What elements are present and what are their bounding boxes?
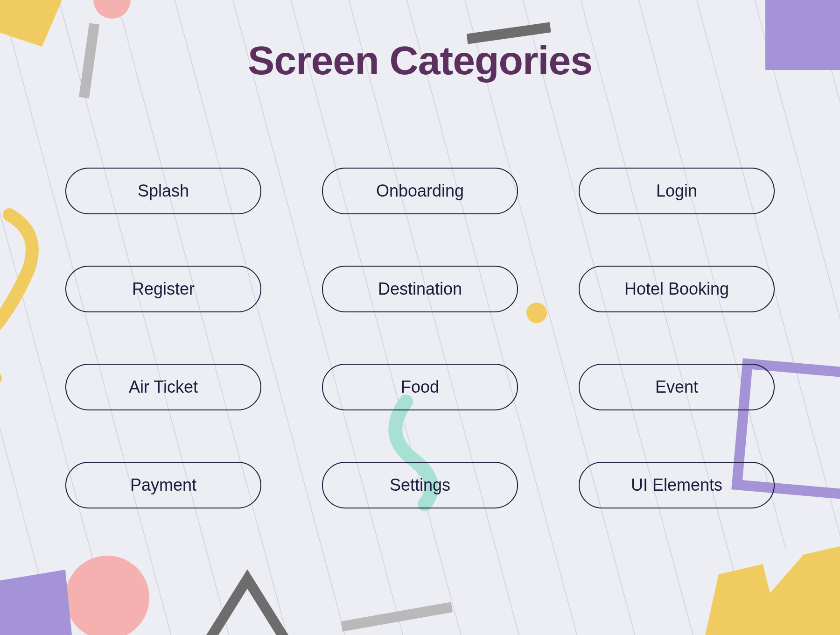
category-event[interactable]: Event: [579, 364, 775, 410]
category-destination[interactable]: Destination: [322, 266, 518, 312]
category-settings[interactable]: Settings: [322, 462, 518, 508]
category-food[interactable]: Food: [322, 364, 518, 410]
category-grid: Splash Onboarding Login Register Destina…: [65, 168, 775, 508]
page-title: Screen Categories: [248, 37, 592, 84]
category-splash[interactable]: Splash: [65, 168, 261, 214]
category-air-ticket[interactable]: Air Ticket: [65, 364, 261, 410]
category-register[interactable]: Register: [65, 266, 261, 312]
category-login[interactable]: Login: [579, 168, 775, 214]
category-onboarding[interactable]: Onboarding: [322, 168, 518, 214]
category-hotel-booking[interactable]: Hotel Booking: [579, 266, 775, 312]
category-payment[interactable]: Payment: [65, 462, 261, 508]
category-ui-elements[interactable]: UI Elements: [579, 462, 775, 508]
